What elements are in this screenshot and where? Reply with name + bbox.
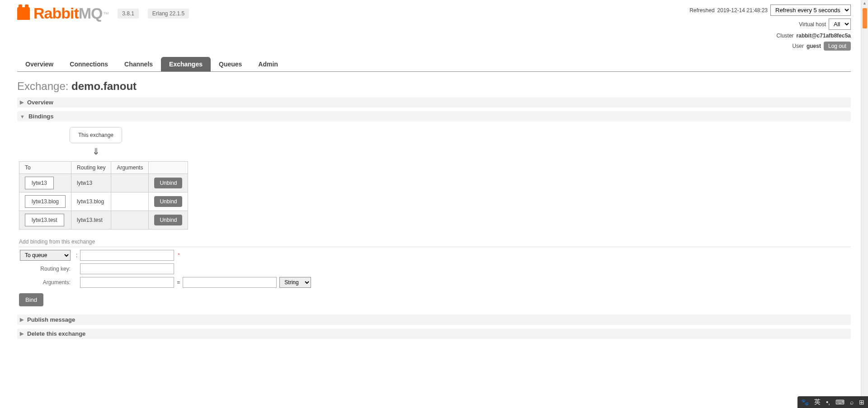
argument-value-input[interactable]: [183, 277, 277, 288]
vhost-select[interactable]: All: [829, 19, 851, 30]
routing-cell: lytw13: [71, 174, 111, 192]
scrollbar[interactable]: ▲ ▼: [861, 0, 868, 347]
argument-key-input[interactable]: [80, 277, 174, 288]
queue-link[interactable]: lytw13: [25, 177, 54, 189]
logo-text-grey: MQ: [79, 5, 103, 22]
main-nav: Overview Connections Channels Exchanges …: [17, 57, 851, 72]
mandatory-mark: *: [178, 252, 180, 258]
logo-text-orange: Rabbit: [33, 5, 79, 22]
args-cell: [111, 211, 149, 230]
user-value: guest: [807, 43, 821, 49]
nav-queues[interactable]: Queues: [211, 57, 250, 71]
logo-area: RabbitMQTM 3.8.1 Erlang 22.1.5: [17, 5, 189, 22]
cluster-label: Cluster: [777, 33, 794, 39]
title-exchange-name: demo.fanout: [71, 80, 137, 92]
args-cell: [111, 174, 149, 192]
unbind-button[interactable]: Unbind: [154, 178, 182, 188]
col-to: To: [19, 162, 71, 174]
chevron-right-icon: [20, 331, 24, 337]
erlang-badge: Erlang 22.1.5: [148, 9, 189, 19]
section-publish-header[interactable]: Publish message: [17, 314, 851, 325]
section-overview-header[interactable]: Overview: [17, 97, 851, 108]
nav-admin[interactable]: Admin: [250, 57, 286, 71]
unbind-button[interactable]: Unbind: [154, 215, 182, 225]
nav-overview[interactable]: Overview: [17, 57, 61, 71]
chevron-right-icon: [20, 317, 24, 323]
refreshed-time: 2019-12-14 21:48:23: [717, 7, 768, 14]
logo-tm: TM: [104, 11, 109, 15]
nav-exchanges[interactable]: Exchanges: [161, 57, 211, 71]
routing-key-label: Routing key:: [19, 266, 73, 272]
routing-cell: lytw13.test: [71, 211, 111, 230]
user-label: User: [793, 43, 804, 49]
logout-button[interactable]: Log out: [824, 42, 851, 51]
chevron-down-icon: [20, 114, 25, 119]
bindings-table: To Routing key Arguments lytw13 lytw13 U…: [19, 161, 188, 230]
scroll-up-icon[interactable]: ▲: [863, 1, 867, 5]
colon: :: [76, 252, 77, 258]
args-cell: [111, 192, 149, 211]
logo: RabbitMQTM: [17, 5, 108, 22]
queue-link[interactable]: lytw13.blog: [25, 195, 66, 208]
refreshed-label: Refreshed: [689, 7, 714, 14]
section-bindings-header[interactable]: Bindings: [17, 111, 851, 122]
nav-channels[interactable]: Channels: [116, 57, 161, 71]
binding-row: lytw13.test lytw13.test Unbind: [19, 211, 188, 230]
routing-cell: lytw13.blog: [71, 192, 111, 211]
binding-target-select[interactable]: To queue: [20, 250, 71, 261]
queue-link[interactable]: lytw13.test: [25, 214, 64, 226]
argument-type-select[interactable]: String: [279, 277, 311, 288]
section-overview-label: Overview: [27, 99, 53, 106]
bind-button[interactable]: Bind: [19, 293, 43, 306]
chevron-right-icon: [20, 99, 24, 105]
col-routing: Routing key: [71, 162, 111, 174]
binding-row: lytw13.blog lytw13.blog Unbind: [19, 192, 188, 211]
section-delete-label: Delete this exchange: [27, 330, 85, 337]
equals-sign: =: [177, 279, 180, 286]
binding-row: lytw13 lytw13 Unbind: [19, 174, 188, 192]
cluster-value: rabbit@c71afb8fec5a: [797, 33, 851, 39]
col-args: Arguments: [111, 162, 149, 174]
arguments-label: Arguments:: [19, 279, 73, 286]
section-bindings-label: Bindings: [28, 113, 54, 120]
this-exchange-box: This exchange: [70, 127, 122, 143]
vhost-label: Virtual host: [799, 21, 826, 28]
version-badge: 3.8.1: [118, 9, 139, 19]
page-title: Exchange: demo.fanout: [17, 80, 851, 93]
refresh-interval-select[interactable]: Refresh every 5 seconds: [770, 5, 851, 16]
section-delete-header[interactable]: Delete this exchange: [17, 328, 851, 339]
col-action: [149, 162, 188, 174]
nav-connections[interactable]: Connections: [61, 57, 116, 71]
unbind-button[interactable]: Unbind: [154, 196, 182, 207]
rabbit-icon: [17, 7, 30, 20]
title-prefix: Exchange:: [17, 80, 68, 92]
add-binding-heading: Add binding from this exchange: [19, 239, 851, 247]
binding-target-input[interactable]: [80, 250, 174, 261]
section-publish-label: Publish message: [27, 316, 75, 323]
arrow-down-icon: ⇓: [19, 146, 173, 157]
routing-key-input[interactable]: [80, 263, 174, 274]
scrollbar-thumb[interactable]: [863, 8, 867, 28]
